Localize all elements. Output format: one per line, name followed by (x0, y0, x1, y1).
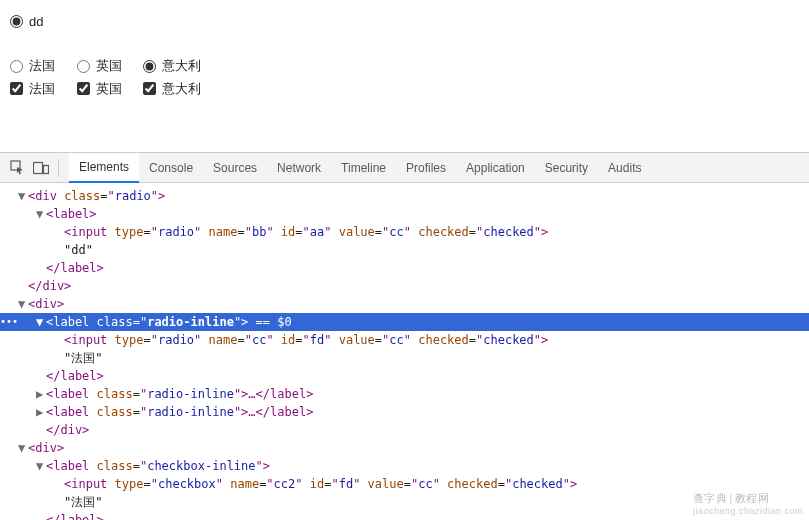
radio-france-input[interactable] (10, 60, 23, 73)
checkbox-italy[interactable]: 意大利 (143, 80, 201, 98)
dom-node-selected[interactable]: •••▼<label class="radio-inline"> == $0 (0, 313, 809, 331)
dom-node[interactable]: <input type="radio" name="cc" id="fd" va… (0, 331, 809, 349)
devtools-tabs: Elements Console Sources Network Timelin… (69, 153, 651, 183)
checkbox-france[interactable]: 法国 (10, 80, 55, 98)
tab-profiles[interactable]: Profiles (396, 153, 456, 183)
checkbox-uk-label: 英国 (96, 80, 122, 98)
toolbar-divider (58, 159, 59, 177)
tab-network[interactable]: Network (267, 153, 331, 183)
caret-icon[interactable]: ▼ (36, 205, 46, 223)
inspect-icon[interactable] (6, 157, 28, 179)
caret-icon[interactable]: ▼ (36, 457, 46, 475)
radio-uk[interactable]: 英国 (77, 57, 122, 75)
tab-timeline[interactable]: Timeline (331, 153, 396, 183)
caret-icon[interactable]: ▶ (36, 385, 46, 403)
tab-elements[interactable]: Elements (69, 153, 139, 183)
checkbox-inline-row: 法国 英国 意大利 (10, 80, 799, 99)
radio-inline-row: 法国 英国 意大利 (10, 57, 799, 76)
devtools-toolbar: Elements Console Sources Network Timelin… (0, 153, 809, 183)
radio-italy-input[interactable] (143, 60, 156, 73)
dom-node[interactable]: ▶<label class="radio-inline">…</label> (0, 385, 809, 403)
radio-france[interactable]: 法国 (10, 57, 55, 75)
tab-security[interactable]: Security (535, 153, 598, 183)
radio-uk-label: 英国 (96, 57, 122, 75)
checkbox-uk[interactable]: 英国 (77, 80, 122, 98)
tab-audits[interactable]: Audits (598, 153, 651, 183)
radio-dd[interactable] (10, 15, 23, 28)
radio-uk-input[interactable] (77, 60, 90, 73)
checkbox-italy-input[interactable] (143, 82, 156, 95)
rendered-page: dd 法国 英国 意大利 法国 英国 意大利 (0, 0, 809, 98)
checkbox-france-label: 法国 (29, 80, 55, 98)
dom-node[interactable]: ▶<label class="radio-inline">…</label> (0, 403, 809, 421)
dom-node[interactable]: </label> (0, 259, 809, 277)
dom-node[interactable]: ▼<div class="radio"> (0, 187, 809, 205)
dom-node[interactable]: ▼<div> (0, 295, 809, 313)
radio-italy[interactable]: 意大利 (143, 57, 201, 75)
radio-single-row: dd (10, 14, 799, 31)
dom-node[interactable]: <input type="checkbox" name="cc2" id="fd… (0, 475, 809, 493)
dom-node[interactable]: ▼<div> (0, 439, 809, 457)
caret-icon[interactable]: ▼ (18, 187, 28, 205)
dom-node[interactable]: <input type="radio" name="bb" id="aa" va… (0, 223, 809, 241)
checkbox-uk-input[interactable] (77, 82, 90, 95)
dom-node[interactable]: ▼<label class="checkbox-inline"> (0, 457, 809, 475)
caret-icon[interactable]: ▼ (18, 295, 28, 313)
checkbox-france-input[interactable] (10, 82, 23, 95)
tab-application[interactable]: Application (456, 153, 535, 183)
checkbox-italy-label: 意大利 (162, 80, 201, 98)
svg-rect-2 (44, 165, 49, 173)
dom-node[interactable]: </div> (0, 277, 809, 295)
dom-node[interactable]: "法国" (0, 493, 809, 511)
radio-italy-label: 意大利 (162, 57, 201, 75)
device-toggle-icon[interactable] (30, 157, 52, 179)
radio-single[interactable]: dd (10, 14, 43, 29)
tab-sources[interactable]: Sources (203, 153, 267, 183)
radio-dd-label: dd (29, 14, 43, 29)
dom-node[interactable]: "dd" (0, 241, 809, 259)
svg-rect-1 (34, 162, 43, 173)
caret-icon[interactable]: ▼ (18, 439, 28, 457)
dom-node[interactable]: </label> (0, 511, 809, 520)
gutter-dots: ••• (0, 313, 14, 331)
caret-icon[interactable]: ▶ (36, 403, 46, 421)
elements-tree[interactable]: ▼<div class="radio">▼<label><input type=… (0, 183, 809, 520)
tab-console[interactable]: Console (139, 153, 203, 183)
radio-france-label: 法国 (29, 57, 55, 75)
dom-node[interactable]: ▼<label> (0, 205, 809, 223)
devtools-panel: Elements Console Sources Network Timelin… (0, 152, 809, 520)
dom-node[interactable]: </div> (0, 421, 809, 439)
dom-node[interactable]: </label> (0, 367, 809, 385)
dom-node[interactable]: "法国" (0, 349, 809, 367)
